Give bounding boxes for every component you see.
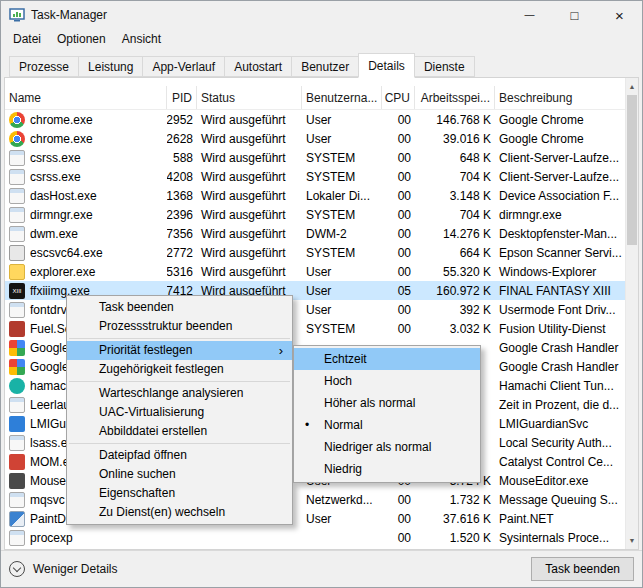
context-menu-item-priorität-festlegen[interactable]: Priorität festlegen› — [67, 341, 292, 360]
cell-user: SYSTEM — [302, 148, 382, 167]
fewer-details-toggle[interactable]: Weniger Details — [9, 561, 117, 577]
cell-cpu: 00 — [382, 300, 415, 319]
table-row-dirmngr-exe[interactable]: dirmngr.exe2396Wird ausgeführtSYSTEM0070… — [5, 205, 625, 224]
context-menu-item-prozessstruktur-beenden[interactable]: Prozessstruktur beenden — [67, 317, 292, 336]
column-header-status[interactable]: Status — [197, 86, 302, 109]
menu-item-label: Task beenden — [99, 300, 174, 314]
tab-benutzer[interactable]: Benutzer — [291, 56, 359, 77]
google-icon — [9, 359, 25, 375]
column-header-name[interactable]: Name — [5, 86, 167, 109]
scrollbar-thumb[interactable] — [627, 95, 637, 245]
end-task-button[interactable]: Task beenden — [531, 557, 634, 581]
tab-dienste[interactable]: Dienste — [414, 56, 475, 77]
cell-mem: 704 K — [415, 167, 495, 186]
column-header-label: Status — [201, 91, 235, 105]
menubar-item-optionen[interactable]: Optionen — [49, 30, 114, 48]
submenu-item-echtzeit[interactable]: Echtzeit — [294, 348, 480, 370]
cell-desc: Local Security Auth... — [495, 433, 625, 452]
table-row-dwm-exe[interactable]: dwm.exe7356Wird ausgeführtDWM-20014.276 … — [5, 224, 625, 243]
column-header-arbeitsspei[interactable]: Arbeitsspei... — [415, 86, 495, 109]
column-header-beschreibung[interactable]: Beschreibung — [495, 86, 625, 109]
context-menu-item-abbilddatei-erstellen[interactable]: Abbilddatei erstellen — [67, 422, 292, 441]
close-icon: × — [615, 8, 624, 23]
column-header-cpu[interactable]: CPU — [382, 86, 415, 109]
context-menu-item-dateipfad-öffnen[interactable]: Dateipfad öffnen — [67, 446, 292, 465]
tab-prozesse[interactable]: Prozesse — [9, 56, 79, 77]
menu-item-label: Zugehörigkeit festlegen — [99, 362, 224, 376]
submenu-item-normal[interactable]: •Normal — [294, 414, 480, 436]
submenu-item-hoch[interactable]: Hoch — [294, 370, 480, 392]
process-name: csrss.exe — [30, 170, 81, 184]
hamachi-icon — [9, 378, 25, 394]
context-menu-item-zugehörigkeit-festlegen[interactable]: Zugehörigkeit festlegen — [67, 360, 292, 379]
menubar-item-ansicht[interactable]: Ansicht — [114, 30, 169, 48]
cell-mem: 704 K — [415, 205, 495, 224]
tab-app-verlauf[interactable]: App-Verlauf — [142, 56, 225, 77]
maximize-icon: □ — [571, 9, 579, 22]
cell-cpu: 00 — [382, 129, 415, 148]
system-icon — [9, 397, 25, 413]
menu-item-label: Eigenschaften — [99, 486, 175, 500]
close-button[interactable]: × — [597, 1, 642, 29]
table-row-explorer-exe[interactable]: explorer.exe5316Wird ausgeführtUser0055.… — [5, 262, 625, 281]
menu-item-label: Niedriger als normal — [324, 440, 431, 454]
submenu-item-niedrig[interactable]: Niedrig — [294, 458, 480, 480]
system-icon — [9, 530, 25, 546]
system-icon — [9, 435, 25, 451]
cell-user: Netzwerkd... — [302, 490, 382, 509]
context-menu-item-online-suchen[interactable]: Online suchen — [67, 465, 292, 484]
context-menu-item-zu-dienst-en-wechseln[interactable]: Zu Dienst(en) wechseln — [67, 503, 292, 522]
table-row-chrome-exe[interactable]: chrome.exe2952Wird ausgeführtUser00146.7… — [5, 110, 625, 129]
cell-name: procexp — [5, 528, 167, 547]
column-header-label: Name — [9, 91, 41, 105]
table-row-csrss-exe[interactable]: csrss.exe588Wird ausgeführtSYSTEM00648 K… — [5, 148, 625, 167]
cell-mem: 648 K — [415, 148, 495, 167]
context-menu-item-eigenschaften[interactable]: Eigenschaften — [67, 484, 292, 503]
menu-separator — [69, 338, 290, 339]
submenu-item-höher-als-normal[interactable]: Höher als normal — [294, 392, 480, 414]
cell-user: User — [302, 262, 382, 281]
cell-status: Wird ausgeführt — [197, 205, 302, 224]
menu-separator — [69, 443, 290, 444]
cell-mem: 664 K — [415, 243, 495, 262]
column-header-benutzerna[interactable]: Benutzerna... — [302, 86, 382, 109]
table-row-csrss-exe[interactable]: csrss.exe4208Wird ausgeführtSYSTEM00704 … — [5, 167, 625, 186]
cell-name: dasHost.exe — [5, 186, 167, 205]
tab-details[interactable]: Details — [358, 53, 415, 78]
cell-desc: Sysinternals Proce... — [495, 528, 625, 547]
process-name: fontdrv — [30, 303, 67, 317]
menubar-item-datei[interactable]: Datei — [5, 30, 49, 48]
cell-desc: LMIGuardianSvc — [495, 414, 625, 433]
context-menu-item-warteschlange-analysieren[interactable]: Warteschlange analysieren — [67, 384, 292, 403]
cell-cpu: 00 — [382, 110, 415, 129]
scroll-up-icon: ▲ — [629, 83, 636, 90]
scroll-down-button[interactable]: ▼ — [626, 532, 638, 549]
table-row-escsvc64-exe[interactable]: escsvc64.exe2772Wird ausgeführtSYSTEM006… — [5, 243, 625, 262]
context-menu-item-task-beenden[interactable]: Task beenden — [67, 298, 292, 317]
table-row-dashost-exe[interactable]: dasHost.exe1368Wird ausgeführtLokaler Di… — [5, 186, 625, 205]
submenu-item-niedriger-als-normal[interactable]: Niedriger als normal — [294, 436, 480, 458]
scroll-up-button[interactable]: ▲ — [626, 78, 638, 95]
context-menu-item-uac-virtualisierung[interactable]: UAC-Virtualisierung — [67, 403, 292, 422]
cell-user — [302, 528, 382, 547]
tab-autostart[interactable]: Autostart — [224, 56, 292, 77]
cell-cpu: 00 — [382, 490, 415, 509]
paintnet-icon — [9, 511, 25, 527]
cell-pid — [167, 528, 197, 547]
table-row-chrome-exe[interactable]: chrome.exe2628Wird ausgeführtUser0039.01… — [5, 129, 625, 148]
menu-item-label: Online suchen — [99, 467, 176, 481]
cell-user: User — [302, 110, 382, 129]
process-name: Google — [30, 360, 69, 374]
cell-name: chrome.exe — [5, 129, 167, 148]
cell-user: User — [302, 281, 382, 300]
cell-cpu: 00 — [382, 319, 415, 338]
column-header-label: Benutzerna... — [306, 91, 377, 105]
vertical-scrollbar[interactable]: ▲ ▼ — [625, 78, 638, 549]
process-name: Google — [30, 341, 69, 355]
tab-leistung[interactable]: Leistung — [78, 56, 143, 77]
column-header-pid[interactable]: PID — [167, 86, 197, 109]
minimize-button[interactable]: — — [507, 1, 552, 29]
table-row-procexp[interactable]: procexp001.520 KSysinternals Proce... — [5, 528, 625, 547]
maximize-button[interactable]: □ — [552, 1, 597, 29]
cell-desc: Hamachi Client Tun... — [495, 376, 625, 395]
